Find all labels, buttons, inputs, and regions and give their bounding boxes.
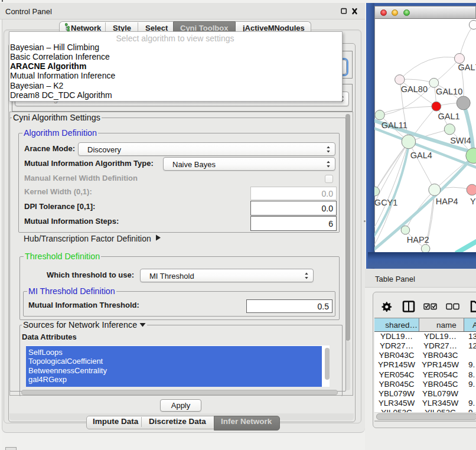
svg-text:SWI4: SWI4 (450, 136, 471, 145)
svg-text:HAP4: HAP4 (436, 197, 458, 206)
svg-text:YM: YM (470, 197, 476, 206)
svg-text:GAL7: GAL7 (458, 63, 476, 72)
svg-text:GAL1: GAL1 (438, 112, 459, 121)
svg-text:GAL80: GAL80 (401, 84, 428, 94)
svg-text:GAL10: GAL10 (436, 87, 462, 96)
svg-text:GAL4: GAL4 (410, 151, 432, 160)
svg-text:GAL11: GAL11 (382, 120, 407, 130)
svg-text:HAP2: HAP2 (407, 235, 429, 244)
svg-text:GCY1: GCY1 (374, 198, 397, 207)
